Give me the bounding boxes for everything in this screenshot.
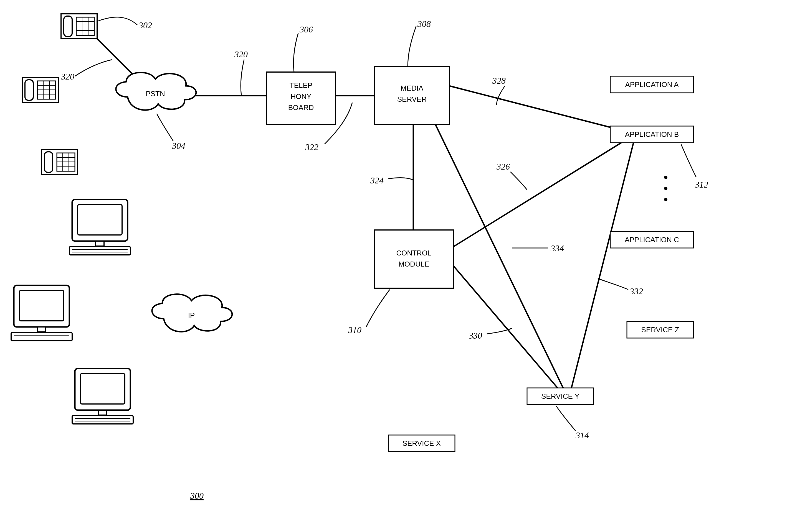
leader-320a	[75, 60, 112, 76]
ref-332: 332	[630, 286, 643, 296]
telephony-board-box: TELEP HONY BOARD	[266, 72, 335, 125]
service-z-label: SERVICE Z	[641, 326, 679, 334]
application-a-label: APPLICATION A	[625, 80, 679, 89]
diagram-canvas: PSTN IP TELEP HONY BOARD MEDIA SERVER CO…	[0, 0, 800, 532]
application-b-label: APPLICATION B	[625, 130, 679, 138]
ip-cloud: IP	[152, 294, 232, 332]
edge-media-appb	[449, 86, 633, 133]
service-x-label: SERVICE X	[402, 439, 441, 448]
leader-302	[98, 17, 137, 25]
edge-control-servicey	[454, 266, 558, 388]
ref-302: 302	[139, 20, 152, 30]
pstn-cloud: PSTN	[116, 73, 196, 110]
application-b-box: APPLICATION B	[610, 126, 693, 143]
telephony-board-l1: TELEP	[290, 81, 312, 90]
ref-322: 322	[305, 142, 319, 152]
media-server-l2: SERVER	[397, 95, 426, 103]
edge-appb-servicey	[571, 141, 634, 388]
ref-310: 310	[348, 325, 361, 335]
leader-312	[681, 144, 696, 177]
ref-334: 334	[550, 243, 564, 253]
media-server-box: MEDIA SERVER	[375, 66, 449, 125]
application-c-box: APPLICATION C	[610, 231, 693, 248]
ref-320b: 320	[234, 49, 248, 59]
leader-308	[408, 26, 416, 66]
ref-328: 328	[492, 76, 506, 86]
ref-308: 308	[417, 19, 431, 29]
svg-rect-16	[375, 230, 454, 288]
leader-310	[366, 289, 390, 327]
leader-314	[556, 406, 576, 431]
leader-304	[157, 114, 174, 141]
ellipsis-dots	[664, 176, 668, 201]
ref-326: 326	[496, 162, 510, 172]
ref-314: 314	[575, 430, 589, 440]
ref-320a: 320	[61, 72, 74, 81]
computer-icon	[69, 200, 130, 255]
leader-326	[510, 172, 527, 190]
computer-icon	[11, 285, 72, 341]
control-module-l2: MODULE	[398, 260, 429, 268]
service-y-label: SERVICE Y	[541, 392, 580, 400]
ref-324: 324	[370, 175, 384, 185]
telephone-icon	[22, 78, 58, 102]
ref-300: 300	[190, 491, 204, 501]
ip-label: IP	[188, 311, 195, 320]
svg-point-21	[664, 187, 668, 190]
leader-306	[293, 33, 298, 72]
control-module-l1: CONTROL	[396, 249, 431, 257]
service-z-box: SERVICE Z	[627, 321, 693, 338]
telephony-board-l2: HONY	[290, 92, 311, 100]
leader-328	[496, 86, 505, 105]
svg-point-20	[664, 176, 668, 179]
leader-332	[598, 279, 628, 289]
service-x-box: SERVICE X	[388, 435, 455, 452]
control-module-box: CONTROL MODULE	[375, 230, 454, 288]
ref-330: 330	[469, 330, 482, 341]
telephone-icon	[42, 150, 78, 174]
application-c-label: APPLICATION C	[625, 235, 679, 244]
application-a-box: APPLICATION A	[610, 76, 693, 93]
telephone-icon	[61, 14, 97, 39]
edge-control-appb	[454, 136, 633, 247]
service-y-box: SERVICE Y	[527, 388, 594, 404]
leader-324	[388, 178, 413, 180]
ref-306: 306	[299, 24, 313, 34]
svg-point-22	[664, 198, 668, 201]
telephony-board-l3: BOARD	[288, 103, 314, 112]
pstn-label: PSTN	[146, 90, 165, 98]
leader-320b	[241, 60, 244, 96]
computer-icon	[72, 368, 133, 424]
media-server-l1: MEDIA	[401, 84, 423, 92]
ref-312: 312	[695, 179, 708, 190]
ref-304: 304	[172, 141, 185, 151]
